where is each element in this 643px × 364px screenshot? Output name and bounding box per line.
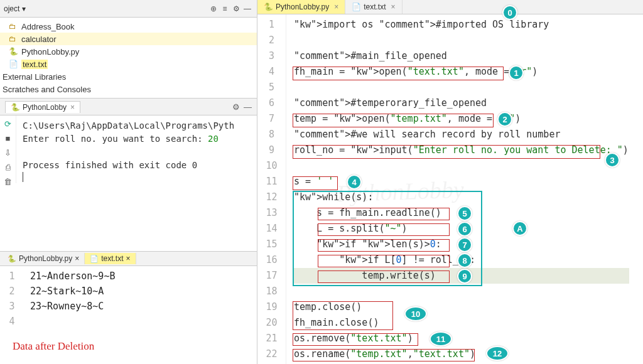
code-line: temp = "kw">open("temp.txt", mode = "w") [294, 111, 629, 127]
console-output[interactable]: C:\Users\Raj\AppData\Local\Programs\Pyth… [16, 115, 257, 183]
tree-label: text.txt [21, 60, 48, 69]
tree-label: PythonLobby.py [21, 47, 79, 56]
run-toolbar: 🐍 PythonLobby × ⚙ — [0, 98, 257, 115]
tree-file-text[interactable]: 📄text.txt [0, 58, 257, 70]
annotation-bubble-2: 2 [497, 112, 512, 127]
run-side-toolbar: ⟳ ■ ⇩ ⎙ 🗑 [0, 115, 16, 183]
annotation-bubble-10: 10 [404, 306, 427, 321]
line-gutter: 1234 [0, 266, 24, 329]
code-line: fh_main = "kw">open("text.txt", mode = "… [294, 64, 629, 80]
annotation-bubble-3: 3 [605, 153, 620, 168]
text-line: 23~Rowney~8~C [30, 299, 115, 314]
text-file-view[interactable]: 1234 21~Anderson~9~B 22~Stark~10~A 23~Ro… [0, 266, 257, 329]
target-icon[interactable]: ⊕ [208, 4, 219, 13]
tab-text[interactable]: 📄text.txt × [85, 253, 136, 264]
python-file-icon: 🐍 [264, 3, 273, 11]
annotation-bubble-4: 4 [347, 174, 362, 190]
code-editor[interactable]: 12345678910111213141516171819202122 Pyth… [257, 14, 643, 364]
code-line: "comment">#temperorary_file_opened [294, 95, 629, 111]
code-line: "kw">while(s): [294, 190, 629, 205]
code-line: s = ' ' [294, 174, 629, 190]
annotation-bubble-5: 5 [457, 206, 472, 221]
tree-scratches[interactable]: Scratches and Consoles [0, 83, 257, 95]
data-caption: Data after Deletion [0, 329, 257, 364]
annotation-bubble-1: 1 [509, 65, 524, 80]
annotation-bubble-6: 6 [457, 222, 472, 237]
console-line: Enter roll no. you want to search: [23, 134, 208, 144]
text-line: 22~Stark~10~A [30, 284, 115, 299]
print-icon[interactable]: ⎙ [6, 163, 11, 172]
tab-label: text.txt [364, 3, 386, 11]
console-line: C:\Users\Raj\AppData\Local\Programs\Pyth [23, 120, 234, 131]
tab-label: PythonLobby.py [276, 3, 329, 11]
tab-text[interactable]: 📄text.txt× [345, 0, 402, 14]
code-line: "kw">import os "comment">#imported OS li… [294, 17, 629, 33]
tree-label: Scratches and Consoles [3, 85, 91, 94]
tab-pythonlobby[interactable]: 🐍PythonLobby.py × [3, 253, 85, 264]
tab-label: PythonLobby.py [19, 254, 72, 263]
console-line: Process finished with exit code 0 [23, 160, 197, 170]
annotation-bubble-9: 9 [457, 269, 472, 284]
text-file-icon: 📄 [90, 255, 99, 263]
gear-icon[interactable]: ⚙ [230, 4, 242, 13]
python-icon: 🐍 [11, 103, 20, 112]
annotation-bubble-A: A [512, 221, 527, 236]
code-line: temp.close() [294, 299, 629, 315]
code-line: os.rename("temp.txt","text.txt") [294, 346, 629, 362]
code-line [294, 80, 629, 95]
run-tab-label: PythonLobby [23, 103, 67, 112]
stop-icon[interactable]: ■ [6, 134, 11, 143]
text-file-icon: 📄 [352, 3, 361, 11]
code-line: "comment">#we will search record by roll… [294, 127, 629, 142]
annotation-bubble-11: 11 [430, 331, 452, 346]
annotation-bubble-8: 8 [457, 253, 472, 268]
project-label[interactable]: oject ▾ [4, 4, 208, 13]
tree-label: External Libraries [3, 72, 66, 82]
close-icon[interactable]: × [391, 3, 396, 11]
down-icon[interactable]: ⇩ [4, 148, 11, 158]
code-line [294, 158, 629, 174]
code-line: os.remove("text.txt") [294, 331, 629, 346]
line-gutter: 12345678910111213141516171819202122 [257, 14, 286, 364]
tree-label: Address_Book [21, 22, 75, 31]
tab-pythonlobby[interactable]: 🐍PythonLobby.py× [257, 0, 345, 14]
tab-label: text.txt [101, 254, 123, 263]
close-icon[interactable]: × [126, 254, 131, 263]
annotation-bubble-0: 0 [502, 5, 517, 20]
python-file-icon: 🐍 [8, 255, 16, 263]
folder-icon: 🗀 [9, 35, 19, 43]
annotation-bubble-7: 7 [457, 237, 472, 252]
text-line: 21~Anderson~9~B [30, 269, 115, 284]
gear-icon[interactable]: ⚙ [232, 102, 240, 112]
split-icon[interactable]: ≡ [219, 4, 230, 13]
close-icon[interactable]: × [70, 103, 75, 112]
code-line [294, 284, 629, 299]
tree-folder-calculator[interactable]: 🗀calculator [0, 33, 257, 45]
python-file-icon: 🐍 [9, 47, 19, 56]
tree-label: calculator [21, 35, 57, 44]
tree-extlib[interactable]: External Libraries [0, 70, 257, 83]
bottom-editor-tabs: 🐍PythonLobby.py × 📄text.txt × [0, 251, 257, 266]
close-icon[interactable]: × [334, 3, 338, 11]
caret-icon [23, 172, 23, 182]
project-tree[interactable]: 🗀Address_Book 🗀calculator 🐍PythonLobby.p… [0, 18, 257, 98]
collapse-icon[interactable]: — [244, 102, 252, 112]
tree-folder-addressbook[interactable]: 🗀Address_Book [0, 20, 257, 33]
editor-tabs: 🐍PythonLobby.py× 📄text.txt× [257, 0, 643, 14]
code-line: roll_no = "kw">input("Enter roll no. you… [294, 142, 629, 158]
code-line [294, 33, 629, 48]
close-icon[interactable]: × [75, 254, 79, 263]
project-toolbar: oject ▾ ⊕ ≡ ⚙ — [0, 0, 257, 18]
run-tab[interactable]: 🐍 PythonLobby × [5, 101, 80, 113]
code-line: fh_main.close() [294, 315, 629, 331]
collapse-icon[interactable]: — [242, 4, 253, 13]
annotation-bubble-12: 12 [486, 346, 509, 361]
text-file-icon: 📄 [9, 60, 19, 68]
code-line: "comment">#main_file_opened [294, 48, 629, 64]
rerun-icon[interactable]: ⟳ [4, 119, 11, 129]
console-input-value: 20 [208, 134, 219, 144]
folder-icon: 🗀 [9, 22, 19, 31]
tree-file-pythonlobby[interactable]: 🐍PythonLobby.py [0, 45, 257, 58]
